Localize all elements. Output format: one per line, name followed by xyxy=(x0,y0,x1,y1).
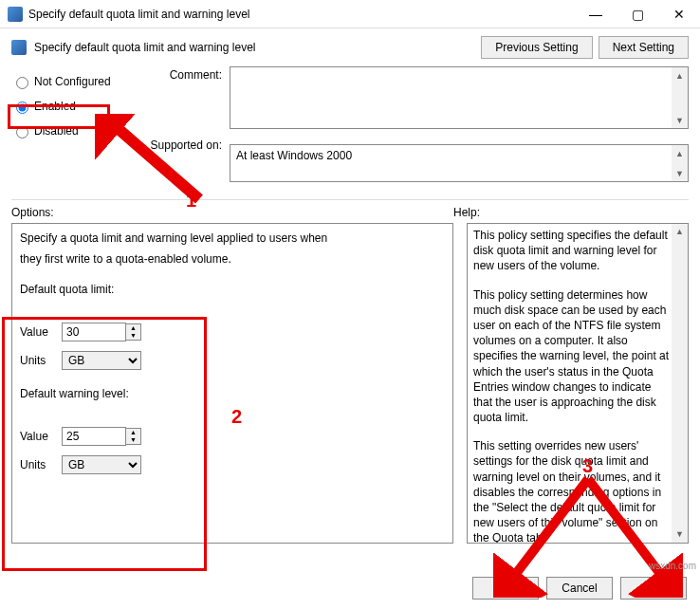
maximize-button[interactable]: ▢ xyxy=(617,0,658,28)
header-row: Specify default quota limit and warning … xyxy=(0,28,700,59)
scroll-down-icon[interactable]: ▼ xyxy=(672,526,688,543)
previous-setting-button[interactable]: Previous Setting xyxy=(481,36,592,59)
radio-enabled-input[interactable] xyxy=(16,102,28,114)
limit-value-input[interactable] xyxy=(62,323,126,341)
default-quota-limit-label: Default quota limit: xyxy=(20,283,445,296)
radio-disabled-input[interactable] xyxy=(16,126,28,138)
scroll-up-icon[interactable]: ▲ xyxy=(672,224,688,240)
options-intro-line1: Specify a quota limit and warning level … xyxy=(20,231,445,245)
spin-down-icon[interactable]: ▼ xyxy=(126,436,140,444)
radio-not-configured-input[interactable] xyxy=(16,77,28,89)
ok-button[interactable]: OK xyxy=(472,577,539,600)
comment-textarea[interactable]: ▲ ▼ xyxy=(230,66,689,129)
next-setting-button[interactable]: Next Setting xyxy=(599,36,689,59)
warn-units-label: Units xyxy=(20,458,62,471)
help-paragraph: This policy setting determines how much … xyxy=(473,287,671,426)
radio-enabled[interactable]: Enabled xyxy=(11,99,135,114)
divider xyxy=(11,199,689,200)
close-button[interactable]: ✕ xyxy=(658,0,700,28)
help-panel: This policy setting specifies the defaul… xyxy=(467,223,689,544)
warn-value-input[interactable] xyxy=(62,427,126,446)
window-title: Specify default quota limit and warning … xyxy=(28,8,575,21)
radio-not-configured-label: Not Configured xyxy=(34,75,111,88)
comment-label: Comment: xyxy=(144,66,230,129)
options-label: Options: xyxy=(11,206,453,219)
supported-on-box: At least Windows 2000 ▲ ▼ xyxy=(230,144,689,182)
limit-units-label: Units xyxy=(20,354,62,367)
spin-up-icon[interactable]: ▲ xyxy=(126,429,140,436)
policy-icon xyxy=(11,40,27,55)
warn-value-label: Value xyxy=(20,430,62,443)
options-panel: Specify a quota limit and warning level … xyxy=(11,223,453,544)
help-paragraph: This setting overrides new users' settin… xyxy=(473,438,671,544)
radio-not-configured[interactable]: Not Configured xyxy=(11,74,135,89)
state-radio-group: Not Configured Enabled Disabled xyxy=(11,66,135,190)
limit-units-select[interactable]: GB xyxy=(62,351,141,370)
spin-up-icon[interactable]: ▲ xyxy=(126,324,140,332)
comment-scrollbar[interactable]: ▲ ▼ xyxy=(672,67,688,128)
default-warning-level-label: Default warning level: xyxy=(20,387,445,400)
limit-value-spinner[interactable]: ▲▼ xyxy=(126,323,141,341)
supported-scrollbar[interactable]: ▲ ▼ xyxy=(672,145,688,181)
options-intro-line2: they first write to a quota-enabled volu… xyxy=(20,252,445,266)
help-scrollbar[interactable]: ▲ ▼ xyxy=(672,224,688,543)
scroll-down-icon[interactable]: ▼ xyxy=(672,112,688,128)
radio-enabled-label: Enabled xyxy=(34,100,76,113)
warn-units-select[interactable]: GB xyxy=(62,455,141,474)
spin-down-icon[interactable]: ▼ xyxy=(126,332,140,340)
dialog-footer: OK Cancel Apply xyxy=(465,577,687,600)
watermark: wsxdn.com xyxy=(649,561,696,571)
scroll-up-icon[interactable]: ▲ xyxy=(672,67,688,83)
warn-value-spinner[interactable]: ▲▼ xyxy=(126,428,141,445)
supported-on-label: Supported on: xyxy=(144,137,230,182)
cancel-button[interactable]: Cancel xyxy=(546,577,613,600)
supported-on-text: At least Windows 2000 xyxy=(236,149,352,162)
radio-disabled-label: Disabled xyxy=(34,124,79,138)
window-titlebar: Specify default quota limit and warning … xyxy=(0,0,700,28)
radio-disabled[interactable]: Disabled xyxy=(11,123,135,138)
apply-button[interactable]: Apply xyxy=(620,577,687,600)
help-label: Help: xyxy=(453,206,689,219)
minimize-button[interactable]: — xyxy=(575,0,617,28)
help-paragraph: This policy setting specifies the defaul… xyxy=(473,228,671,274)
policy-title: Specify default quota limit and warning … xyxy=(34,41,255,54)
app-icon xyxy=(8,7,23,22)
limit-value-label: Value xyxy=(20,325,62,339)
scroll-up-icon[interactable]: ▲ xyxy=(672,145,688,161)
scroll-down-icon[interactable]: ▼ xyxy=(672,165,688,181)
